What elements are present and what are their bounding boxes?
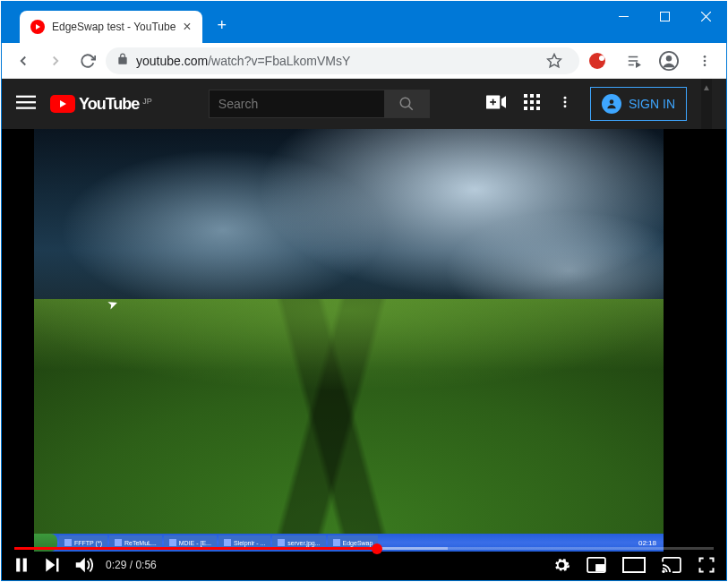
search-bar bbox=[209, 90, 430, 118]
svg-point-10 bbox=[666, 56, 672, 61]
address-field[interactable]: youtube.com/watch?v=FbaLkomVMsY bbox=[106, 47, 579, 74]
svg-rect-36 bbox=[16, 559, 20, 572]
svg-rect-25 bbox=[536, 94, 540, 98]
svg-point-34 bbox=[563, 105, 566, 107]
toolbar-right bbox=[583, 47, 719, 75]
svg-marker-4 bbox=[548, 54, 561, 66]
tab-strip: EdgeSwap test - YouTube × + bbox=[20, 11, 235, 43]
signin-label: SIGN IN bbox=[629, 97, 675, 111]
svg-point-13 bbox=[704, 64, 707, 66]
svg-marker-8 bbox=[637, 63, 640, 67]
svg-line-18 bbox=[409, 106, 414, 110]
youtube-logo-text: YouTube bbox=[79, 95, 139, 114]
create-video-icon[interactable] bbox=[486, 95, 506, 113]
media-control-icon[interactable] bbox=[619, 47, 647, 75]
tab-title: EdgeSwap test - YouTube bbox=[52, 21, 176, 33]
next-button[interactable] bbox=[43, 556, 61, 574]
window-controls bbox=[603, 2, 726, 30]
svg-rect-24 bbox=[530, 94, 534, 98]
svg-rect-30 bbox=[530, 107, 534, 110]
volume-button[interactable] bbox=[73, 555, 93, 575]
header-right: SIGN IN bbox=[486, 87, 687, 121]
new-tab-button[interactable]: + bbox=[210, 13, 235, 38]
svg-rect-27 bbox=[530, 100, 534, 104]
reload-button[interactable] bbox=[73, 47, 102, 75]
svg-rect-29 bbox=[524, 107, 527, 110]
youtube-favicon bbox=[30, 20, 45, 34]
svg-rect-16 bbox=[16, 107, 36, 109]
svg-rect-23 bbox=[524, 94, 527, 98]
apps-grid-icon[interactable] bbox=[524, 94, 540, 114]
minimize-button[interactable] bbox=[603, 2, 644, 30]
page-scrollbar[interactable]: ▲ bbox=[701, 79, 712, 129]
svg-point-33 bbox=[563, 101, 566, 104]
signin-button[interactable]: SIGN IN bbox=[590, 87, 687, 121]
signin-avatar-icon bbox=[602, 94, 621, 114]
youtube-logo[interactable]: YouTube JP bbox=[50, 95, 152, 114]
cast-icon[interactable] bbox=[662, 557, 681, 573]
svg-rect-1 bbox=[660, 12, 669, 21]
svg-rect-42 bbox=[596, 565, 604, 570]
svg-rect-28 bbox=[536, 100, 540, 104]
svg-rect-37 bbox=[23, 559, 27, 572]
svg-rect-43 bbox=[623, 558, 645, 572]
close-tab-icon[interactable]: × bbox=[183, 19, 191, 35]
svg-point-32 bbox=[563, 97, 566, 99]
svg-rect-14 bbox=[16, 96, 36, 98]
svg-rect-22 bbox=[492, 99, 494, 106]
window-titlebar: EdgeSwap test - YouTube × + bbox=[2, 2, 726, 43]
youtube-header: YouTube JP SIGN IN ▲ bbox=[2, 79, 726, 129]
browser-window: EdgeSwap test - YouTube × + youtube.com/… bbox=[1, 1, 727, 581]
settings-menu-icon[interactable] bbox=[558, 95, 572, 113]
svg-rect-39 bbox=[56, 559, 59, 572]
youtube-play-icon bbox=[50, 95, 75, 113]
svg-point-11 bbox=[704, 56, 707, 58]
miniplayer-icon[interactable] bbox=[587, 557, 606, 573]
svg-rect-15 bbox=[16, 101, 36, 103]
fullscreen-icon[interactable] bbox=[698, 556, 715, 574]
video-content[interactable]: ➤ bbox=[34, 129, 664, 534]
time-display: 0:29 / 0:56 bbox=[106, 559, 157, 571]
svg-point-44 bbox=[663, 570, 664, 572]
settings-gear-icon[interactable] bbox=[552, 556, 570, 574]
taskbar-clock: 02:18 bbox=[635, 539, 660, 547]
maximize-button[interactable] bbox=[644, 2, 685, 30]
back-button[interactable] bbox=[9, 47, 38, 75]
forward-button[interactable] bbox=[41, 47, 70, 75]
youtube-region: JP bbox=[142, 97, 152, 106]
close-window-button[interactable] bbox=[685, 2, 726, 30]
star-icon[interactable] bbox=[540, 47, 569, 75]
svg-rect-31 bbox=[536, 107, 540, 110]
search-button[interactable] bbox=[385, 90, 430, 118]
svg-point-12 bbox=[704, 59, 707, 62]
theater-mode-icon[interactable] bbox=[622, 557, 646, 573]
pause-button[interactable] bbox=[13, 556, 30, 574]
lock-icon bbox=[116, 53, 129, 69]
svg-marker-40 bbox=[76, 558, 85, 573]
svg-point-17 bbox=[401, 98, 411, 107]
player-controls: 0:29 / 0:56 bbox=[2, 550, 726, 580]
svg-rect-26 bbox=[524, 100, 527, 104]
profile-icon[interactable] bbox=[655, 47, 683, 75]
svg-point-35 bbox=[610, 99, 614, 104]
browser-tab[interactable]: EdgeSwap test - YouTube × bbox=[20, 11, 202, 43]
video-player: ➤ FFFTP (*)ReTeMuL...MDIE - [E...Sleipni… bbox=[2, 129, 726, 580]
extension-icon[interactable] bbox=[583, 47, 612, 75]
search-input[interactable] bbox=[209, 90, 385, 118]
svg-marker-38 bbox=[46, 559, 55, 572]
hamburger-icon[interactable] bbox=[16, 92, 36, 116]
browser-menu-icon[interactable] bbox=[690, 47, 719, 75]
url-bar: youtube.com/watch?v=FbaLkomVMsY bbox=[2, 43, 726, 79]
svg-marker-20 bbox=[501, 96, 506, 108]
url-text: youtube.com/watch?v=FbaLkomVMsY bbox=[136, 54, 533, 68]
